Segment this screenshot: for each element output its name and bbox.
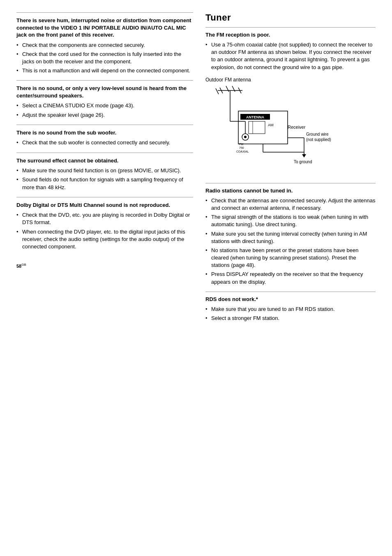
section-no-sound-center-list: Select a CINEMA STUDIO EX mode (page 43)… [16, 102, 193, 118]
list-item: Select a stronger FM station. [205, 315, 376, 322]
section-surround-effect: The surround effect cannot be obtained. … [16, 153, 193, 191]
svg-point-15 [244, 136, 247, 138]
svg-marker-24 [302, 154, 306, 158]
list-item: Sound fields do not function for signals… [16, 176, 193, 191]
section-radio-stations: Radio stations cannot be tuned in. Check… [205, 183, 376, 286]
svg-text:Ground wire: Ground wire [306, 132, 329, 137]
list-item: The signal strength of the stations is t… [205, 213, 376, 228]
svg-text:ANTENNA: ANTENNA [246, 115, 264, 119]
svg-text:(not supplied): (not supplied) [306, 137, 331, 142]
section-rds-not-work: RDS does not work.* Make sure that you a… [205, 292, 376, 322]
svg-text:FM: FM [239, 143, 243, 146]
section-fm-reception-list: Use a 75-ohm coaxial cable (not supplied… [205, 41, 376, 71]
list-item: Check that the DVD, etc. you are playing… [16, 211, 193, 226]
list-item: When connecting the DVD player, etc. to … [16, 228, 193, 251]
right-column: Tuner The FM reception is poor. Use a 75… [205, 12, 376, 544]
list-item: Make sure the sound field function is on… [16, 167, 193, 174]
section-no-sub-woofer: There is no sound from the sub woofer. C… [16, 125, 193, 147]
list-item: Check that the cord used for the connect… [16, 51, 193, 65]
list-item: Make sure you set the tuning interval co… [205, 230, 376, 245]
left-column: There is severe hum, interrupted noise o… [16, 12, 193, 544]
section-radio-stations-title: Radio stations cannot be tuned in. [205, 188, 376, 194]
section-hum-noise-title: There is severe hum, interrupted noise o… [16, 17, 193, 39]
section-fm-reception-title: The FM reception is poor. [205, 32, 376, 38]
list-item: Check that the antennas are connected se… [205, 197, 376, 212]
section-no-sub-woofer-list: Check that the sub woofer is connected c… [16, 139, 193, 146]
section-rds-not-work-title: RDS does not work.* [205, 296, 376, 302]
section-hum-noise-list: Check that the components are connected … [16, 42, 193, 75]
page: There is severe hum, interrupted noise o… [0, 0, 392, 556]
section-hum-noise: There is severe hum, interrupted noise o… [16, 12, 193, 74]
section-no-sub-woofer-title: There is no sound from the sub woofer. [16, 129, 193, 137]
tuner-title: Tuner [205, 12, 376, 23]
section-radio-stations-list: Check that the antennas are connected se… [205, 197, 376, 286]
list-item: No stations have been preset or the pres… [205, 247, 376, 269]
list-item: Press DISPLAY repeatedly on the receiver… [205, 271, 376, 285]
list-item: Adjust the speaker level (page 26). [16, 111, 193, 119]
section-surround-effect-list: Make sure the sound field function is on… [16, 167, 193, 191]
svg-text:AM: AM [268, 123, 274, 127]
section-surround-effect-title: The surround effect cannot be obtained. [16, 157, 193, 164]
page-number: 58GB [16, 263, 193, 269]
svg-rect-11 [249, 121, 265, 134]
svg-text:Receiver: Receiver [288, 125, 306, 130]
list-item: Make sure that you are tuned to an FM RD… [205, 306, 376, 313]
antenna-symbol [216, 86, 242, 101]
section-dolby-dts-list: Check that the DVD, etc. you are playing… [16, 211, 193, 250]
list-item: Select a CINEMA STUDIO EX mode (page 43)… [16, 102, 193, 109]
svg-text:750: 750 [239, 146, 244, 149]
svg-line-3 [226, 86, 229, 92]
list-item: Use a 75-ohm coaxial cable (not supplied… [205, 41, 376, 71]
section-rds-not-work-list: Make sure that you are tuned to an FM RD… [205, 306, 376, 322]
list-item: Check that the sub woofer is connected c… [16, 139, 193, 146]
section-dolby-dts-title: Dolby Digital or DTS Multi Channel sound… [16, 202, 193, 209]
antenna-diagram: Outdoor FM antenna [205, 77, 345, 176]
section-no-sound-center-title: There is no sound, or only a very low-le… [16, 85, 193, 99]
section-no-sound-center: There is no sound, or only a very low-le… [16, 80, 193, 118]
section-fm-reception: The FM reception is poor. Use a 75-ohm c… [205, 27, 376, 176]
section-dolby-dts: Dolby Digital or DTS Multi Channel sound… [16, 197, 193, 250]
antenna-svg: ANTENNA AM FM 750 COAXIAL Receiver [205, 84, 345, 171]
list-item: Check that the components are connected … [16, 42, 193, 49]
svg-text:COAXIAL: COAXIAL [236, 150, 249, 153]
outdoor-fm-label: Outdoor FM antenna [205, 77, 251, 83]
svg-line-6 [216, 88, 219, 94]
svg-line-4 [232, 86, 235, 92]
svg-text:To ground: To ground [294, 160, 312, 164]
list-item: This is not a malfunction and will depen… [16, 67, 193, 74]
